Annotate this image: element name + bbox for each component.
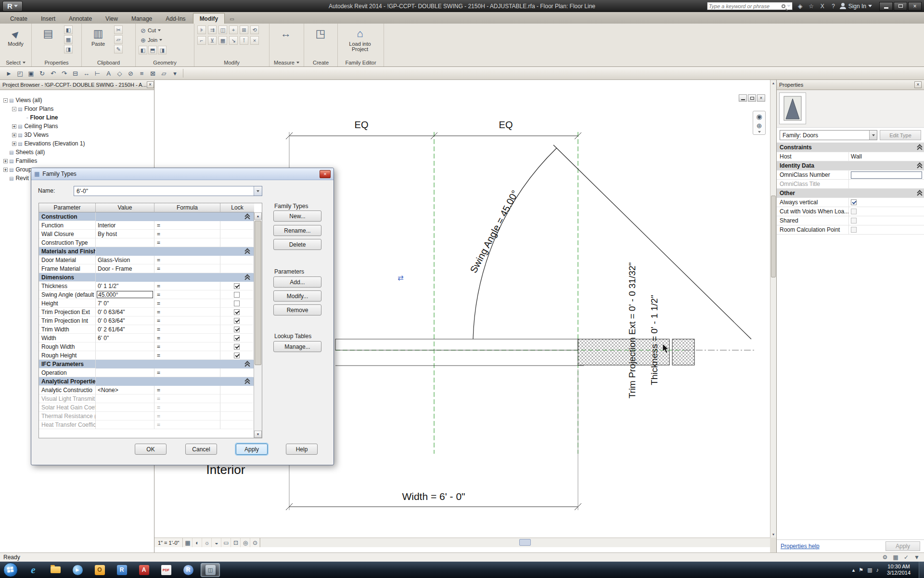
property-row[interactable]: Constraints — [777, 143, 924, 152]
undo-icon[interactable]: ↶ — [48, 68, 58, 79]
cancel-button[interactable]: Cancel — [185, 444, 217, 455]
start-button[interactable] — [3, 563, 18, 577]
create-button[interactable]: ◳ — [307, 26, 334, 42]
chevron-down-icon[interactable] — [254, 186, 262, 196]
lock-checkbox[interactable] — [234, 301, 240, 306]
property-row[interactable]: OmniClass Number — [777, 171, 924, 180]
search-icon[interactable] — [782, 4, 785, 8]
eq-label-right[interactable]: EQ — [499, 119, 513, 130]
aligned-dimension-icon[interactable]: ⊢ — [92, 68, 103, 79]
paste-button[interactable]: ▥ Paste — [85, 26, 112, 48]
detail-level-icon[interactable]: ▦ — [183, 538, 192, 547]
table-row[interactable]: Rough Width = — [39, 342, 254, 351]
show-desktop-button[interactable] — [919, 562, 924, 578]
table-row[interactable]: Frame Material Door - Frame = — [39, 264, 254, 273]
tree-item[interactable]: + ▤ 3D Views — [0, 131, 154, 139]
dialog-titlebar[interactable]: ▦ Family Types × — [31, 168, 334, 180]
collapse-icon[interactable] — [917, 163, 922, 168]
print-icon[interactable]: ⊟ — [70, 68, 80, 79]
wall-joins-icon[interactable]: ◨ — [158, 46, 167, 54]
thickness-label[interactable]: Thickness = 0' - 1 1/2" — [649, 295, 659, 385]
array-icon[interactable]: ▦ — [218, 36, 227, 45]
apply-button[interactable]: Apply — [236, 444, 268, 455]
close-icon[interactable]: × — [147, 81, 154, 88]
scrollbar-thumb[interactable] — [771, 196, 776, 277]
action-center-icon[interactable]: ⚑ — [859, 567, 863, 573]
table-row[interactable]: Heat Transfer Coeffic = — [39, 420, 254, 429]
property-row[interactable]: OmniClass Title — [777, 180, 924, 189]
lock-checkbox[interactable] — [234, 327, 240, 332]
eq-label-left[interactable]: EQ — [355, 119, 369, 130]
lock-checkbox[interactable] — [234, 353, 240, 358]
property-checkbox[interactable] — [851, 209, 857, 214]
rotate-icon[interactable]: ⟲ — [250, 26, 259, 34]
lock-checkbox[interactable] — [234, 318, 240, 324]
tree-item[interactable]: ▫ Floor Line — [0, 113, 154, 122]
tree-expander-icon[interactable]: + — [12, 133, 16, 137]
close-button[interactable]: × — [908, 2, 922, 11]
sync-icon[interactable]: ↻ — [37, 68, 47, 79]
view-restore-button[interactable] — [748, 94, 756, 102]
offset-icon[interactable]: ⇉ — [208, 26, 217, 34]
table-row[interactable]: Trim Width 0' 2 61/64" = — [39, 325, 254, 334]
table-row[interactable]: Swing Angle (default 45.000° = — [39, 290, 254, 299]
text-icon[interactable]: A — [103, 68, 114, 79]
revit-icon[interactable]: R — [112, 563, 131, 577]
tree-item[interactable]: - ▤ Views (all) — [0, 96, 154, 105]
property-row[interactable]: Identity Data — [777, 161, 924, 171]
add-parameter-button[interactable]: Add... — [273, 276, 321, 288]
table-row[interactable]: Analytical Properties — [39, 377, 254, 386]
family-types-icon[interactable]: ▦ — [64, 35, 73, 44]
properties-apply-button[interactable]: Apply — [886, 541, 920, 551]
close-icon[interactable]: × — [914, 81, 922, 88]
maximize-button[interactable] — [894, 2, 907, 11]
move-icon[interactable]: + — [229, 26, 238, 34]
panel-label-measure[interactable]: Measure — [270, 58, 304, 66]
outlook-icon[interactable]: O — [90, 563, 109, 577]
help-icon[interactable]: ? — [830, 3, 837, 10]
table-row[interactable]: Operation = — [39, 368, 254, 377]
ribbon-tab[interactable]: Annotate — [63, 13, 98, 24]
vertical-scrollbar[interactable]: ▲ ▼ — [770, 80, 776, 538]
table-row[interactable]: Thickness 0' 1 1/2" = — [39, 282, 254, 290]
tree-expander-icon[interactable]: - — [12, 107, 16, 111]
scroll-down-icon[interactable]: ▼ — [770, 531, 776, 538]
thin-lines-icon[interactable]: ≡ — [137, 68, 147, 79]
r-app-icon[interactable]: R — [179, 563, 198, 577]
temporary-hide-icon[interactable]: ◎ — [241, 538, 250, 547]
rename-type-button[interactable]: Rename... — [273, 225, 321, 236]
flip-control-icon[interactable]: ⇄ — [398, 274, 404, 282]
select-toggle-icon[interactable]: ✓ — [902, 554, 910, 561]
steering-wheel-icon[interactable]: ◉ — [756, 113, 762, 120]
ribbon-tab[interactable]: View — [99, 13, 124, 24]
cut-icon[interactable]: ✂ — [114, 26, 123, 34]
exchange-apps-icon[interactable]: X — [819, 3, 826, 10]
properties-palette-button[interactable]: ▤ — [35, 26, 62, 42]
tree-item[interactable]: ▤ Sheets (all) — [0, 148, 154, 157]
property-row[interactable]: Always vertical — [777, 198, 924, 207]
minimize-button[interactable] — [879, 2, 893, 11]
view-minimize-button[interactable] — [739, 94, 747, 102]
table-row[interactable]: Visual Light Transmit = — [39, 394, 254, 403]
door-panel-geometry[interactable] — [335, 339, 584, 366]
project-browser-header[interactable]: Project Browser - !GP-CCPT- DOUBLE SWING… — [0, 80, 154, 90]
scroll-up-icon[interactable]: ▲ — [770, 80, 776, 86]
scroll-up-icon[interactable]: ▲ — [254, 212, 262, 220]
lock-checkbox[interactable] — [234, 283, 240, 289]
type-name-combobox[interactable]: 6'-0" — [74, 186, 262, 196]
property-row[interactable]: Host Wall — [777, 152, 924, 161]
tree-expander-icon[interactable]: + — [3, 168, 8, 172]
tree-expander-icon[interactable]: + — [3, 159, 8, 163]
lock-checkbox[interactable] — [234, 309, 240, 315]
cope-icon[interactable]: ⬒ — [148, 46, 157, 54]
modify-tool-button[interactable]: ► Modify — [3, 26, 28, 48]
tree-item[interactable]: + ▤ Families — [0, 157, 154, 165]
tree-item[interactable]: - ▤ Floor Plans — [0, 105, 154, 113]
table-row[interactable]: Solar Heat Gain Coeff = — [39, 403, 254, 412]
collapse-icon[interactable] — [245, 275, 250, 280]
explorer-folder-icon[interactable] — [46, 563, 65, 577]
zoom-icon[interactable]: ⊕ — [757, 122, 762, 130]
taskbar-clock[interactable]: 10:30 AM 3/12/2014 — [887, 564, 911, 576]
table-row[interactable]: Materials and Finishes — [39, 247, 254, 256]
table-row[interactable]: Construction — [39, 212, 254, 221]
